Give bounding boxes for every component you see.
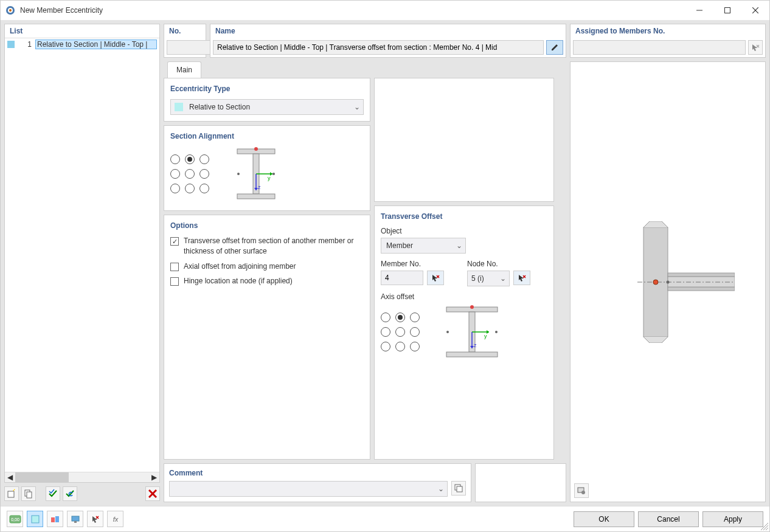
- titlebar: New Member Eccentricity: [1, 1, 769, 20]
- empty-bottom-panel: [475, 463, 566, 502]
- scroll-left-icon[interactable]: ◀: [5, 472, 15, 483]
- list-panel: List 1 Relative to Section | Middle - To…: [4, 24, 160, 483]
- comment-dropdown[interactable]: ⌄: [169, 481, 448, 497]
- svg-rect-28: [446, 352, 498, 357]
- align-bot-left[interactable]: [170, 184, 180, 193]
- align-bot-center[interactable]: [185, 184, 195, 193]
- option-axial-offset[interactable]: Axial offset from adjoining member: [170, 261, 364, 272]
- pick-assigned-button[interactable]: [748, 40, 763, 55]
- svg-text:0,00: 0,00: [11, 517, 19, 522]
- color-toggle-button[interactable]: [27, 511, 43, 527]
- chevron-down-icon: ⌄: [351, 103, 363, 111]
- name-label: Name: [210, 24, 566, 38]
- align-top-right[interactable]: [199, 154, 209, 164]
- option-hinge-location[interactable]: Hinge location at node (if applied): [170, 276, 364, 286]
- preview-settings-button[interactable]: [574, 483, 589, 498]
- svg-rect-42: [668, 287, 735, 291]
- checkbox-icon: [170, 237, 179, 246]
- svg-point-30: [446, 331, 449, 333]
- option-transverse-offset[interactable]: Transverse offset from section of anothe…: [170, 236, 364, 257]
- scroll-right-icon[interactable]: ▶: [149, 472, 159, 483]
- option-label: Hinge location at node (if applied): [184, 276, 364, 286]
- resize-grip-icon[interactable]: [761, 523, 768, 530]
- svg-text:fx: fx: [113, 516, 118, 523]
- assigned-members-label: Assigned to Members No.: [571, 24, 765, 38]
- svg-point-2: [9, 9, 12, 12]
- select-mode-button[interactable]: [87, 511, 103, 527]
- pick-member-button[interactable]: [427, 271, 444, 285]
- window-title: New Member Eccentricity: [20, 6, 685, 15]
- axis-mid-right[interactable]: [410, 327, 420, 337]
- number-label: No.: [164, 24, 206, 38]
- section-alignment-title: Section Alignment: [170, 132, 364, 140]
- object-dropdown[interactable]: Member ⌄: [381, 238, 466, 254]
- align-mid-center[interactable]: [185, 169, 195, 179]
- svg-text:y: y: [484, 333, 487, 339]
- dropdown-value: Relative to Section: [187, 103, 351, 111]
- delete-button[interactable]: [145, 486, 160, 501]
- list-header: List: [5, 24, 159, 38]
- copy-item-button[interactable]: [21, 486, 36, 501]
- axis-top-left[interactable]: [381, 313, 390, 322]
- tab-main[interactable]: Main: [167, 61, 201, 78]
- axis-bot-left[interactable]: [381, 342, 390, 351]
- cancel-button[interactable]: Cancel: [638, 511, 699, 527]
- color-swatch: [175, 103, 183, 111]
- new-item-button[interactable]: [4, 486, 19, 501]
- pick-node-button[interactable]: [513, 271, 530, 285]
- comment-panel: Comment ⌄: [164, 463, 471, 502]
- list-item[interactable]: 1 Relative to Section | Middle - Top |: [5, 38, 159, 50]
- align-top-center[interactable]: [185, 154, 195, 164]
- edit-name-button[interactable]: [546, 40, 563, 55]
- ok-button[interactable]: OK: [574, 511, 634, 527]
- axis-diagram-icon: y z: [442, 305, 502, 362]
- svg-rect-7: [8, 491, 14, 497]
- function-button[interactable]: fx: [107, 511, 123, 527]
- checkbox-icon: [170, 277, 179, 286]
- svg-point-29: [470, 305, 474, 309]
- svg-rect-4: [725, 8, 730, 13]
- horizontal-scrollbar[interactable]: ◀ ▶: [5, 472, 159, 482]
- preview-diagram-icon: [601, 221, 735, 343]
- align-bot-right[interactable]: [199, 184, 209, 193]
- check-button[interactable]: [46, 486, 60, 501]
- axis-top-center[interactable]: [395, 313, 405, 322]
- align-top-left[interactable]: [170, 154, 180, 164]
- align-mid-right[interactable]: [199, 169, 209, 179]
- close-button[interactable]: [741, 1, 769, 19]
- refresh-check-button[interactable]: [63, 486, 77, 501]
- minimize-button[interactable]: [685, 1, 713, 19]
- svg-rect-55: [74, 521, 77, 523]
- svg-point-16: [237, 173, 240, 175]
- name-field-box: Name: [210, 24, 566, 58]
- preview-panel: [570, 61, 766, 502]
- option-label: Transverse offset from section of anothe…: [184, 236, 364, 257]
- chevron-down-icon: ⌄: [435, 485, 447, 493]
- eccentricity-type-title: Eccentricity Type: [170, 85, 364, 93]
- axis-bot-right[interactable]: [410, 342, 420, 351]
- axis-mid-center[interactable]: [395, 327, 405, 337]
- eccentricity-type-dropdown[interactable]: Relative to Section ⌄: [170, 99, 364, 115]
- member-no-input[interactable]: [381, 271, 423, 285]
- display-button[interactable]: [67, 511, 83, 527]
- svg-rect-53: [55, 516, 59, 522]
- align-mid-left[interactable]: [170, 169, 180, 179]
- axis-top-right[interactable]: [410, 313, 420, 322]
- axis-bot-center[interactable]: [395, 342, 405, 351]
- name-input[interactable]: [213, 40, 544, 55]
- chevron-down-icon: ⌄: [453, 241, 465, 250]
- units-button[interactable]: 0,00: [7, 511, 23, 527]
- apply-button[interactable]: Apply: [702, 511, 763, 527]
- view-mode-button[interactable]: [47, 511, 63, 527]
- svg-rect-9: [27, 492, 32, 498]
- assigned-members-input[interactable]: [573, 40, 746, 55]
- svg-point-31: [495, 331, 498, 333]
- option-label: Axial offset from adjoining member: [184, 261, 364, 272]
- axis-mid-left[interactable]: [381, 327, 390, 337]
- options-title: Options: [170, 221, 364, 230]
- empty-top-panel: [374, 78, 554, 202]
- node-no-dropdown[interactable]: 5 (i) ⌄: [467, 271, 510, 286]
- comment-library-button[interactable]: [451, 481, 466, 496]
- maximize-button[interactable]: [713, 1, 741, 19]
- svg-rect-14: [237, 194, 275, 199]
